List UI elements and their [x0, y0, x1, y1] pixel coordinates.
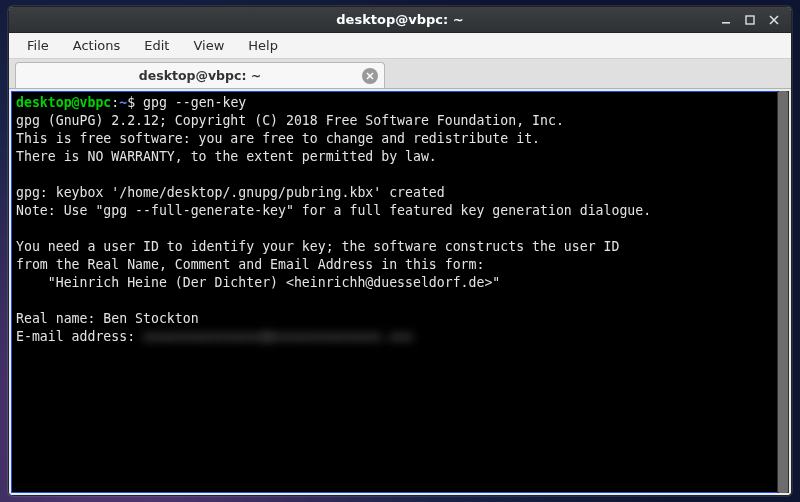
output-line: gpg (GnuPG) 2.2.12; Copyright (C) 2018 F… [16, 113, 564, 128]
scrollbar[interactable] [777, 91, 789, 493]
tab-label: desktop@vbpc: ~ [139, 68, 261, 83]
tabbar: desktop@vbpc: ~ [9, 59, 791, 89]
scrollbar-thumb[interactable] [778, 91, 788, 493]
menu-edit[interactable]: Edit [134, 35, 179, 56]
tab-active[interactable]: desktop@vbpc: ~ [15, 62, 385, 88]
prompt-path: ~ [119, 95, 127, 110]
menu-actions[interactable]: Actions [63, 35, 131, 56]
menu-help[interactable]: Help [238, 35, 288, 56]
prompt-user: desktop@vbpc [16, 95, 111, 110]
titlebar: desktop@vbpc: ~ [9, 7, 791, 33]
close-button[interactable] [767, 15, 781, 25]
prompt-dollar: $ [127, 95, 135, 110]
maximize-button[interactable] [743, 15, 757, 25]
svg-rect-1 [746, 16, 754, 24]
output-line: "Heinrich Heine (Der Dichter) <heinrichh… [16, 275, 500, 290]
email-value-redacted: xxxxxxxxxxxxxxx@xxxxxxxxxxxxxx.xxx [143, 328, 413, 346]
minimize-button[interactable] [719, 15, 733, 25]
window-controls [719, 7, 787, 32]
svg-rect-0 [722, 22, 730, 24]
window-title: desktop@vbpc: ~ [336, 12, 463, 27]
command-text: gpg --gen-key [135, 95, 246, 110]
output-line: This is free software: you are free to c… [16, 131, 540, 146]
menu-file[interactable]: File [17, 35, 59, 56]
tab-close-icon[interactable] [362, 68, 378, 84]
menubar: File Actions Edit View Help [9, 33, 791, 59]
real-name-line: Real name: Ben Stockton [16, 311, 199, 326]
terminal-window: desktop@vbpc: ~ File Actions Edit View H… [8, 6, 792, 496]
menu-view[interactable]: View [183, 35, 234, 56]
terminal[interactable]: desktop@vbpc:~$ gpg --gen-key gpg (GnuPG… [11, 91, 789, 493]
terminal-container: desktop@vbpc:~$ gpg --gen-key gpg (GnuPG… [9, 89, 791, 495]
email-label: E-mail address: [16, 329, 143, 344]
output-line: Note: Use "gpg --full-generate-key" for … [16, 203, 651, 218]
output-line: gpg: keybox '/home/desktop/.gnupg/pubrin… [16, 185, 445, 200]
output-line: from the Real Name, Comment and Email Ad… [16, 257, 484, 272]
output-line: There is NO WARRANTY, to the extent perm… [16, 149, 437, 164]
output-line: You need a user ID to identify your key;… [16, 239, 619, 254]
